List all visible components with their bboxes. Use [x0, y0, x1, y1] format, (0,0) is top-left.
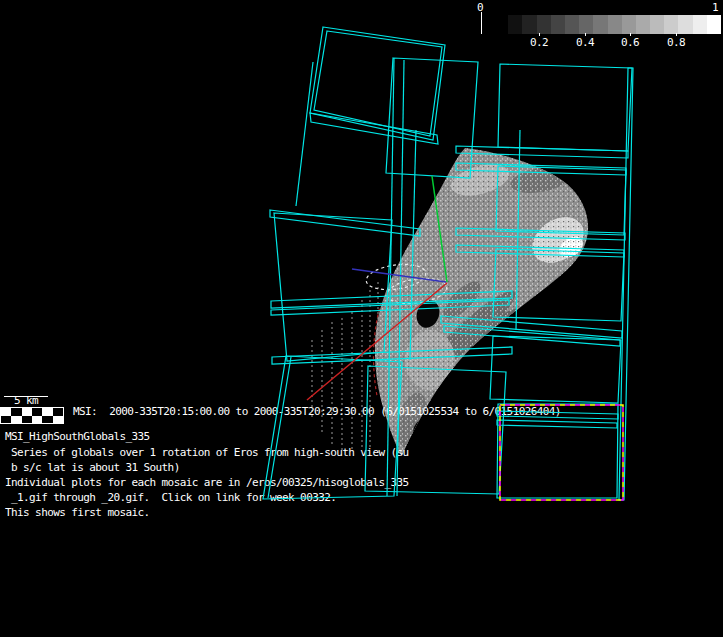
footprint-overlay-layer	[0, 0, 723, 637]
asteroid-model-layer	[0, 0, 723, 637]
colorbar-tick-label: 0.8	[667, 36, 685, 49]
checker-cell	[22, 408, 32, 416]
checker-cell	[32, 416, 42, 424]
colorbar-step	[693, 15, 707, 34]
caption-line: Series of globals over 1 rotation of Ero…	[5, 445, 409, 460]
caption-line: This shows first mosaic.	[5, 505, 150, 520]
colorbar-step	[537, 15, 551, 34]
colorbar-step	[593, 15, 607, 34]
colorbar-step	[565, 15, 579, 34]
colorbar-step	[707, 15, 721, 34]
colorbar-step	[508, 15, 522, 34]
checker-cell	[22, 416, 32, 424]
checker-cell	[42, 416, 52, 424]
colorbar-step	[678, 15, 692, 34]
scalebar-checkerboard	[0, 407, 64, 424]
colorbar-step	[551, 15, 565, 34]
colorbar-gradient	[494, 15, 721, 34]
checker-cell	[53, 416, 63, 424]
colorbar-tick-label: 0.6	[621, 36, 639, 49]
checker-cell	[32, 408, 42, 416]
colorbar-tick-label: 0.2	[530, 36, 548, 49]
colorbar-step	[494, 15, 508, 34]
checker-cell	[11, 416, 21, 424]
caption-title: MSI_HighSouthGlobals_335	[5, 429, 150, 444]
caption-link-line[interactable]: _1.gif through _20.gif. Click on link fo…	[5, 490, 336, 505]
colorbar-step	[608, 15, 622, 34]
colorbar-step	[622, 15, 636, 34]
colorbar-tick-label: 0.4	[576, 36, 594, 49]
status-line: MSI: 2000-335T20:15:00.00 to 2000-335T20…	[73, 404, 561, 419]
mosaic-plot-viewport: 0 1 0.20.40.60.8 5 km MSI: 2000-335T20:1…	[0, 0, 723, 637]
checker-cell	[11, 408, 21, 416]
colorbar-step	[664, 15, 678, 34]
colorbar-step	[636, 15, 650, 34]
checker-cell	[53, 408, 63, 416]
checker-cell	[42, 408, 52, 416]
caption-line: b s/c lat is about 31 South)	[5, 460, 180, 475]
colorbar-step	[579, 15, 593, 34]
checker-cell	[1, 408, 11, 416]
checker-cell	[1, 416, 11, 424]
scalebar-label: 5 km	[14, 393, 38, 408]
colorbar-step	[650, 15, 664, 34]
colorbar-max-label: 1	[712, 1, 718, 14]
colorbar-zero-tick	[481, 12, 482, 34]
colorbar-step	[522, 15, 536, 34]
caption-line: Individual plots for each mosaic are in …	[5, 475, 409, 490]
